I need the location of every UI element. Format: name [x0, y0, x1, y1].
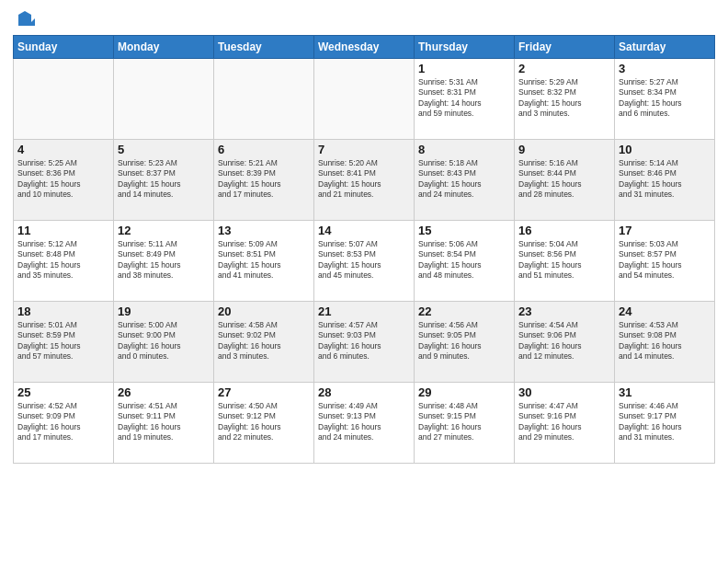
calendar-cell: 9Sunrise: 5:16 AM Sunset: 8:44 PM Daylig…: [515, 140, 615, 221]
day-number: 9: [518, 143, 610, 156]
day-number: 6: [218, 143, 310, 156]
weekday-header-wednesday: Wednesday: [314, 36, 415, 59]
calendar-cell: 28Sunrise: 4:49 AM Sunset: 9:13 PM Dayli…: [314, 383, 415, 464]
day-info: Sunrise: 4:46 AM Sunset: 9:17 PM Dayligh…: [619, 401, 711, 443]
calendar-cell: [14, 59, 114, 140]
day-number: 5: [118, 143, 210, 156]
calendar-cell: 16Sunrise: 5:04 AM Sunset: 8:56 PM Dayli…: [515, 221, 615, 302]
weekday-header-friday: Friday: [515, 36, 615, 59]
day-number: 21: [318, 304, 410, 318]
day-info: Sunrise: 5:31 AM Sunset: 8:31 PM Dayligh…: [418, 77, 510, 120]
calendar-cell: 26Sunrise: 4:51 AM Sunset: 9:11 PM Dayli…: [114, 383, 214, 464]
day-number: 4: [17, 143, 109, 156]
day-info: Sunrise: 5:00 AM Sunset: 9:00 PM Dayligh…: [118, 320, 210, 362]
day-info: Sunrise: 4:54 AM Sunset: 9:06 PM Dayligh…: [518, 320, 610, 362]
calendar-cell: 2Sunrise: 5:29 AM Sunset: 8:32 PM Daylig…: [515, 59, 615, 140]
weekday-header-sunday: Sunday: [14, 36, 114, 59]
day-info: Sunrise: 5:09 AM Sunset: 8:51 PM Dayligh…: [218, 239, 310, 282]
calendar-cell: 23Sunrise: 4:54 AM Sunset: 9:06 PM Dayli…: [515, 302, 615, 383]
day-number: 1: [418, 62, 510, 75]
day-info: Sunrise: 5:20 AM Sunset: 8:41 PM Dayligh…: [318, 158, 410, 201]
day-number: 16: [518, 224, 610, 237]
calendar-cell: 13Sunrise: 5:09 AM Sunset: 8:51 PM Dayli…: [214, 221, 314, 302]
day-info: Sunrise: 4:58 AM Sunset: 9:02 PM Dayligh…: [218, 320, 310, 362]
day-number: 10: [619, 143, 711, 156]
day-info: Sunrise: 5:23 AM Sunset: 8:37 PM Dayligh…: [118, 158, 210, 201]
calendar-table: SundayMondayTuesdayWednesdayThursdayFrid…: [13, 35, 715, 464]
calendar-cell: 10Sunrise: 5:14 AM Sunset: 8:46 PM Dayli…: [615, 140, 715, 221]
weekday-header-tuesday: Tuesday: [214, 36, 314, 59]
calendar-cell: 24Sunrise: 4:53 AM Sunset: 9:08 PM Dayli…: [615, 302, 715, 383]
day-number: 27: [218, 385, 310, 399]
calendar-cell: 31Sunrise: 4:46 AM Sunset: 9:17 PM Dayli…: [615, 383, 715, 464]
day-number: 31: [619, 385, 711, 399]
day-number: 20: [218, 304, 310, 318]
calendar-cell: [114, 59, 214, 140]
day-info: Sunrise: 5:18 AM Sunset: 8:43 PM Dayligh…: [418, 158, 510, 201]
day-number: 22: [418, 304, 510, 318]
day-number: 18: [17, 304, 109, 318]
day-number: 8: [418, 143, 510, 156]
day-number: 13: [218, 224, 310, 237]
calendar-cell: 8Sunrise: 5:18 AM Sunset: 8:43 PM Daylig…: [415, 140, 515, 221]
day-number: 30: [518, 385, 610, 399]
calendar-cell: 27Sunrise: 4:50 AM Sunset: 9:12 PM Dayli…: [214, 383, 314, 464]
day-number: 23: [518, 304, 610, 318]
day-info: Sunrise: 5:03 AM Sunset: 8:57 PM Dayligh…: [619, 239, 711, 282]
calendar-cell: 18Sunrise: 5:01 AM Sunset: 8:59 PM Dayli…: [14, 302, 114, 383]
calendar-cell: 29Sunrise: 4:48 AM Sunset: 9:15 PM Dayli…: [415, 383, 515, 464]
calendar-week-1: 1Sunrise: 5:31 AM Sunset: 8:31 PM Daylig…: [14, 59, 715, 140]
day-info: Sunrise: 5:29 AM Sunset: 8:32 PM Dayligh…: [518, 77, 610, 120]
day-number: 29: [418, 385, 510, 399]
calendar-cell: 19Sunrise: 5:00 AM Sunset: 9:00 PM Dayli…: [114, 302, 214, 383]
calendar-week-4: 18Sunrise: 5:01 AM Sunset: 8:59 PM Dayli…: [14, 302, 715, 383]
day-info: Sunrise: 5:04 AM Sunset: 8:56 PM Dayligh…: [518, 239, 610, 282]
day-number: 3: [619, 62, 711, 75]
calendar-cell: 1Sunrise: 5:31 AM Sunset: 8:31 PM Daylig…: [415, 59, 515, 140]
day-number: 14: [318, 224, 410, 237]
day-info: Sunrise: 4:47 AM Sunset: 9:16 PM Dayligh…: [518, 401, 610, 443]
calendar-cell: 7Sunrise: 5:20 AM Sunset: 8:41 PM Daylig…: [314, 140, 415, 221]
calendar-cell: 6Sunrise: 5:21 AM Sunset: 8:39 PM Daylig…: [214, 140, 314, 221]
day-info: Sunrise: 5:01 AM Sunset: 8:59 PM Dayligh…: [17, 320, 109, 362]
header: [13, 9, 715, 29]
day-number: 28: [318, 385, 410, 399]
logo-icon: [15, 9, 35, 29]
weekday-header-saturday: Saturday: [615, 36, 715, 59]
calendar-cell: 22Sunrise: 4:56 AM Sunset: 9:05 PM Dayli…: [415, 302, 515, 383]
calendar-week-3: 11Sunrise: 5:12 AM Sunset: 8:48 PM Dayli…: [14, 221, 715, 302]
day-info: Sunrise: 4:51 AM Sunset: 9:11 PM Dayligh…: [118, 401, 210, 443]
day-info: Sunrise: 5:14 AM Sunset: 8:46 PM Dayligh…: [619, 158, 711, 201]
day-info: Sunrise: 4:52 AM Sunset: 9:09 PM Dayligh…: [17, 401, 109, 443]
day-number: 24: [619, 304, 711, 318]
weekday-header-thursday: Thursday: [415, 36, 515, 59]
calendar-cell: 14Sunrise: 5:07 AM Sunset: 8:53 PM Dayli…: [314, 221, 415, 302]
day-number: 25: [17, 385, 109, 399]
day-number: 2: [518, 62, 610, 75]
calendar-cell: 30Sunrise: 4:47 AM Sunset: 9:16 PM Dayli…: [515, 383, 615, 464]
calendar-week-5: 25Sunrise: 4:52 AM Sunset: 9:09 PM Dayli…: [14, 383, 715, 464]
day-info: Sunrise: 4:53 AM Sunset: 9:08 PM Dayligh…: [619, 320, 711, 362]
day-number: 26: [118, 385, 210, 399]
calendar-cell: 25Sunrise: 4:52 AM Sunset: 9:09 PM Dayli…: [14, 383, 114, 464]
day-info: Sunrise: 5:25 AM Sunset: 8:36 PM Dayligh…: [17, 158, 109, 201]
day-info: Sunrise: 4:50 AM Sunset: 9:12 PM Dayligh…: [218, 401, 310, 443]
day-info: Sunrise: 5:16 AM Sunset: 8:44 PM Dayligh…: [518, 158, 610, 201]
calendar-cell: 3Sunrise: 5:27 AM Sunset: 8:34 PM Daylig…: [615, 59, 715, 140]
day-number: 12: [118, 224, 210, 237]
calendar-cell: 11Sunrise: 5:12 AM Sunset: 8:48 PM Dayli…: [14, 221, 114, 302]
day-info: Sunrise: 5:21 AM Sunset: 8:39 PM Dayligh…: [218, 158, 310, 201]
day-info: Sunrise: 4:57 AM Sunset: 9:03 PM Dayligh…: [318, 320, 410, 362]
calendar-week-2: 4Sunrise: 5:25 AM Sunset: 8:36 PM Daylig…: [14, 140, 715, 221]
day-info: Sunrise: 4:48 AM Sunset: 9:15 PM Dayligh…: [418, 401, 510, 443]
day-number: 7: [318, 143, 410, 156]
weekday-header-row: SundayMondayTuesdayWednesdayThursdayFrid…: [14, 36, 715, 59]
day-number: 15: [418, 224, 510, 237]
day-number: 17: [619, 224, 711, 237]
calendar-cell: 4Sunrise: 5:25 AM Sunset: 8:36 PM Daylig…: [14, 140, 114, 221]
day-info: Sunrise: 5:12 AM Sunset: 8:48 PM Dayligh…: [17, 239, 109, 282]
day-info: Sunrise: 5:11 AM Sunset: 8:49 PM Dayligh…: [118, 239, 210, 282]
logo: [13, 9, 35, 29]
day-info: Sunrise: 4:56 AM Sunset: 9:05 PM Dayligh…: [418, 320, 510, 362]
calendar-cell: 21Sunrise: 4:57 AM Sunset: 9:03 PM Dayli…: [314, 302, 415, 383]
